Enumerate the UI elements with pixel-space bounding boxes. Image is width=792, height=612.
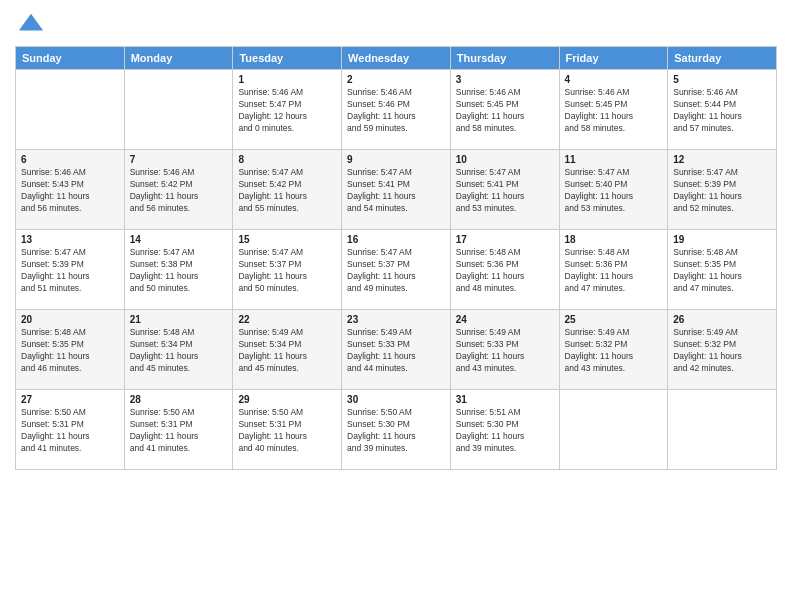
calendar-cell — [668, 390, 777, 470]
calendar-header-thursday: Thursday — [450, 47, 559, 70]
day-info: Sunrise: 5:47 AM Sunset: 5:37 PM Dayligh… — [238, 247, 336, 295]
calendar-cell: 26Sunrise: 5:49 AM Sunset: 5:32 PM Dayli… — [668, 310, 777, 390]
day-info: Sunrise: 5:50 AM Sunset: 5:30 PM Dayligh… — [347, 407, 445, 455]
day-info: Sunrise: 5:47 AM Sunset: 5:41 PM Dayligh… — [347, 167, 445, 215]
day-info: Sunrise: 5:46 AM Sunset: 5:44 PM Dayligh… — [673, 87, 771, 135]
calendar-header-sunday: Sunday — [16, 47, 125, 70]
calendar-cell — [559, 390, 668, 470]
day-info: Sunrise: 5:47 AM Sunset: 5:39 PM Dayligh… — [21, 247, 119, 295]
day-number: 13 — [21, 234, 119, 245]
calendar-header-row: SundayMondayTuesdayWednesdayThursdayFrid… — [16, 47, 777, 70]
day-number: 2 — [347, 74, 445, 85]
day-number: 15 — [238, 234, 336, 245]
day-info: Sunrise: 5:48 AM Sunset: 5:36 PM Dayligh… — [456, 247, 554, 295]
day-number: 21 — [130, 314, 228, 325]
calendar-header-friday: Friday — [559, 47, 668, 70]
day-info: Sunrise: 5:47 AM Sunset: 5:41 PM Dayligh… — [456, 167, 554, 215]
svg-marker-0 — [19, 14, 43, 31]
calendar-cell: 3Sunrise: 5:46 AM Sunset: 5:45 PM Daylig… — [450, 70, 559, 150]
logo-icon — [17, 10, 45, 38]
day-number: 11 — [565, 154, 663, 165]
calendar-cell — [16, 70, 125, 150]
calendar-cell: 31Sunrise: 5:51 AM Sunset: 5:30 PM Dayli… — [450, 390, 559, 470]
calendar-cell: 2Sunrise: 5:46 AM Sunset: 5:46 PM Daylig… — [342, 70, 451, 150]
day-info: Sunrise: 5:48 AM Sunset: 5:36 PM Dayligh… — [565, 247, 663, 295]
calendar-cell: 11Sunrise: 5:47 AM Sunset: 5:40 PM Dayli… — [559, 150, 668, 230]
calendar-cell: 24Sunrise: 5:49 AM Sunset: 5:33 PM Dayli… — [450, 310, 559, 390]
calendar-cell: 10Sunrise: 5:47 AM Sunset: 5:41 PM Dayli… — [450, 150, 559, 230]
day-number: 5 — [673, 74, 771, 85]
calendar-cell: 29Sunrise: 5:50 AM Sunset: 5:31 PM Dayli… — [233, 390, 342, 470]
day-info: Sunrise: 5:49 AM Sunset: 5:34 PM Dayligh… — [238, 327, 336, 375]
day-number: 29 — [238, 394, 336, 405]
calendar-cell: 8Sunrise: 5:47 AM Sunset: 5:42 PM Daylig… — [233, 150, 342, 230]
calendar-cell: 9Sunrise: 5:47 AM Sunset: 5:41 PM Daylig… — [342, 150, 451, 230]
day-info: Sunrise: 5:49 AM Sunset: 5:32 PM Dayligh… — [565, 327, 663, 375]
calendar-header-saturday: Saturday — [668, 47, 777, 70]
calendar-week-row: 27Sunrise: 5:50 AM Sunset: 5:31 PM Dayli… — [16, 390, 777, 470]
calendar-cell: 14Sunrise: 5:47 AM Sunset: 5:38 PM Dayli… — [124, 230, 233, 310]
calendar-cell: 15Sunrise: 5:47 AM Sunset: 5:37 PM Dayli… — [233, 230, 342, 310]
day-info: Sunrise: 5:48 AM Sunset: 5:35 PM Dayligh… — [673, 247, 771, 295]
page: SundayMondayTuesdayWednesdayThursdayFrid… — [0, 0, 792, 612]
day-number: 10 — [456, 154, 554, 165]
day-info: Sunrise: 5:48 AM Sunset: 5:34 PM Dayligh… — [130, 327, 228, 375]
day-info: Sunrise: 5:50 AM Sunset: 5:31 PM Dayligh… — [238, 407, 336, 455]
day-info: Sunrise: 5:46 AM Sunset: 5:45 PM Dayligh… — [456, 87, 554, 135]
day-number: 31 — [456, 394, 554, 405]
day-number: 1 — [238, 74, 336, 85]
day-number: 30 — [347, 394, 445, 405]
calendar-cell: 4Sunrise: 5:46 AM Sunset: 5:45 PM Daylig… — [559, 70, 668, 150]
calendar-cell: 21Sunrise: 5:48 AM Sunset: 5:34 PM Dayli… — [124, 310, 233, 390]
calendar-table: SundayMondayTuesdayWednesdayThursdayFrid… — [15, 46, 777, 470]
day-info: Sunrise: 5:47 AM Sunset: 5:39 PM Dayligh… — [673, 167, 771, 215]
calendar-week-row: 13Sunrise: 5:47 AM Sunset: 5:39 PM Dayli… — [16, 230, 777, 310]
day-info: Sunrise: 5:46 AM Sunset: 5:47 PM Dayligh… — [238, 87, 336, 135]
calendar-cell: 17Sunrise: 5:48 AM Sunset: 5:36 PM Dayli… — [450, 230, 559, 310]
calendar-cell: 1Sunrise: 5:46 AM Sunset: 5:47 PM Daylig… — [233, 70, 342, 150]
day-number: 26 — [673, 314, 771, 325]
calendar-cell: 30Sunrise: 5:50 AM Sunset: 5:30 PM Dayli… — [342, 390, 451, 470]
day-number: 16 — [347, 234, 445, 245]
day-number: 12 — [673, 154, 771, 165]
calendar-cell: 25Sunrise: 5:49 AM Sunset: 5:32 PM Dayli… — [559, 310, 668, 390]
calendar-header-monday: Monday — [124, 47, 233, 70]
day-info: Sunrise: 5:49 AM Sunset: 5:33 PM Dayligh… — [456, 327, 554, 375]
day-info: Sunrise: 5:49 AM Sunset: 5:32 PM Dayligh… — [673, 327, 771, 375]
day-number: 6 — [21, 154, 119, 165]
day-info: Sunrise: 5:47 AM Sunset: 5:40 PM Dayligh… — [565, 167, 663, 215]
header — [15, 10, 777, 38]
calendar-header-tuesday: Tuesday — [233, 47, 342, 70]
calendar-cell — [124, 70, 233, 150]
day-number: 19 — [673, 234, 771, 245]
day-info: Sunrise: 5:46 AM Sunset: 5:43 PM Dayligh… — [21, 167, 119, 215]
calendar-week-row: 20Sunrise: 5:48 AM Sunset: 5:35 PM Dayli… — [16, 310, 777, 390]
day-number: 17 — [456, 234, 554, 245]
calendar-cell: 20Sunrise: 5:48 AM Sunset: 5:35 PM Dayli… — [16, 310, 125, 390]
day-number: 22 — [238, 314, 336, 325]
day-info: Sunrise: 5:50 AM Sunset: 5:31 PM Dayligh… — [130, 407, 228, 455]
day-info: Sunrise: 5:47 AM Sunset: 5:42 PM Dayligh… — [238, 167, 336, 215]
day-info: Sunrise: 5:46 AM Sunset: 5:46 PM Dayligh… — [347, 87, 445, 135]
day-number: 27 — [21, 394, 119, 405]
calendar-cell: 6Sunrise: 5:46 AM Sunset: 5:43 PM Daylig… — [16, 150, 125, 230]
calendar-cell: 23Sunrise: 5:49 AM Sunset: 5:33 PM Dayli… — [342, 310, 451, 390]
calendar-header-wednesday: Wednesday — [342, 47, 451, 70]
day-number: 20 — [21, 314, 119, 325]
day-number: 4 — [565, 74, 663, 85]
day-info: Sunrise: 5:51 AM Sunset: 5:30 PM Dayligh… — [456, 407, 554, 455]
day-info: Sunrise: 5:49 AM Sunset: 5:33 PM Dayligh… — [347, 327, 445, 375]
day-info: Sunrise: 5:47 AM Sunset: 5:38 PM Dayligh… — [130, 247, 228, 295]
calendar-cell: 5Sunrise: 5:46 AM Sunset: 5:44 PM Daylig… — [668, 70, 777, 150]
calendar-cell: 28Sunrise: 5:50 AM Sunset: 5:31 PM Dayli… — [124, 390, 233, 470]
day-number: 3 — [456, 74, 554, 85]
day-number: 24 — [456, 314, 554, 325]
calendar-cell: 22Sunrise: 5:49 AM Sunset: 5:34 PM Dayli… — [233, 310, 342, 390]
calendar-cell: 13Sunrise: 5:47 AM Sunset: 5:39 PM Dayli… — [16, 230, 125, 310]
day-info: Sunrise: 5:46 AM Sunset: 5:45 PM Dayligh… — [565, 87, 663, 135]
calendar-cell: 18Sunrise: 5:48 AM Sunset: 5:36 PM Dayli… — [559, 230, 668, 310]
day-number: 23 — [347, 314, 445, 325]
day-number: 8 — [238, 154, 336, 165]
calendar-cell: 16Sunrise: 5:47 AM Sunset: 5:37 PM Dayli… — [342, 230, 451, 310]
calendar-week-row: 6Sunrise: 5:46 AM Sunset: 5:43 PM Daylig… — [16, 150, 777, 230]
